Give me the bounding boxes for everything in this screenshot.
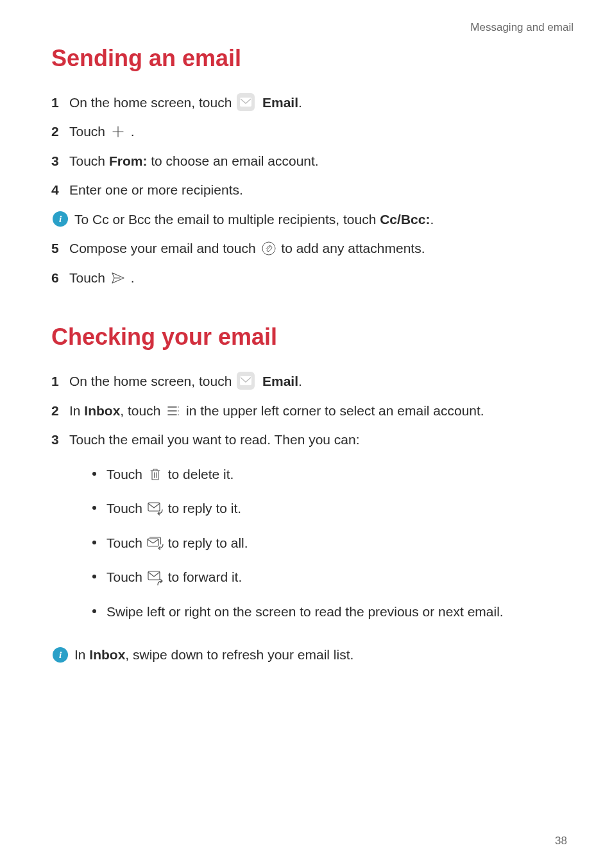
bold-text: Email	[262, 374, 298, 388]
bullet-icon	[92, 506, 96, 510]
svg-rect-5	[148, 571, 160, 580]
text: in the upper left corner to select an em…	[186, 403, 484, 418]
step-4: 4 Enter one or more recipients.	[51, 180, 567, 200]
text: to reply to it.	[168, 501, 241, 516]
svg-rect-2	[240, 376, 251, 385]
text: Touch	[106, 569, 146, 584]
step-number: 6	[51, 268, 65, 288]
bold-text: Cc/Bcc:	[380, 212, 430, 227]
step-number: 3	[51, 430, 65, 450]
sub-item-forward: Touch to forward it.	[87, 567, 567, 587]
text: to choose an email account.	[147, 153, 318, 168]
text: Touch	[69, 124, 109, 139]
info-body: To Cc or Bcc the email to multiple recip…	[74, 209, 434, 230]
text: .	[131, 124, 135, 139]
bullet-icon	[92, 541, 96, 544]
bold-text: Inbox	[84, 403, 120, 418]
text: to add any attachments.	[281, 241, 425, 256]
step-3: 3 Touch From: to choose an email account…	[51, 151, 567, 171]
step-body: Touch From: to choose an email account.	[69, 151, 567, 171]
info-body: In Inbox, swipe down to refresh your ema…	[74, 645, 353, 665]
bullet-icon	[92, 609, 96, 613]
step-body: Enter one or more recipients.	[69, 180, 567, 200]
text: Touch the email you want to read. Then y…	[69, 432, 360, 447]
svg-rect-0	[240, 98, 251, 107]
step-1: 1 On the home screen, touch Email.	[51, 92, 567, 113]
step-body: In Inbox, touch in the upper left corner…	[69, 401, 567, 421]
send-icon	[109, 270, 127, 286]
attachment-icon	[260, 241, 278, 256]
text: On the home screen, touch	[69, 95, 235, 110]
step-body: On the home screen, touch Email.	[69, 92, 567, 113]
breadcrumb: Messaging and email	[51, 19, 574, 36]
sub-item-swipe: Swipe left or right on the screen to rea…	[87, 602, 567, 622]
text: Enter one or more recipients.	[69, 182, 243, 197]
info-icon: i	[53, 647, 68, 663]
sub-list: Touch to delete it. Touch	[87, 464, 567, 622]
text: .	[430, 212, 434, 227]
section-title-checking: Checking your email	[51, 320, 567, 354]
step-number: 2	[51, 401, 65, 421]
text: , touch	[120, 403, 164, 418]
text: .	[298, 374, 302, 388]
sub-item-reply: Touch to reply to it.	[87, 498, 567, 519]
step-number: 3	[51, 151, 65, 171]
text: .	[298, 95, 302, 110]
section-title-sending: Sending an email	[51, 41, 567, 76]
text: to forward it.	[168, 569, 242, 584]
info-note: i To Cc or Bcc the email to multiple rec…	[53, 209, 567, 230]
step-number: 1	[51, 92, 65, 113]
bullet-icon	[92, 575, 96, 578]
info-icon: i	[53, 211, 68, 227]
step-body: On the home screen, touch Email.	[69, 371, 567, 392]
text: To Cc or Bcc the email to multiple recip…	[74, 212, 380, 227]
reply-all-icon	[146, 535, 164, 551]
text: Touch	[69, 270, 109, 285]
text: Touch	[69, 153, 109, 168]
email-app-icon	[237, 93, 255, 111]
trash-icon	[146, 467, 164, 482]
text: Touch	[106, 535, 146, 550]
email-app-icon	[237, 372, 255, 390]
text: to delete it.	[168, 467, 234, 482]
step-body: Compose your email and touch to add any …	[69, 238, 567, 259]
menu-icon	[164, 403, 182, 419]
text: to reply to all.	[168, 535, 248, 550]
bold-text: Email	[262, 95, 298, 110]
svg-rect-3	[148, 503, 160, 511]
step-number: 5	[51, 238, 65, 259]
step-5: 5 Compose your email and touch to add an…	[51, 238, 567, 259]
text: Compose your email and touch	[69, 241, 260, 256]
step-6: 6 Touch .	[51, 268, 567, 288]
step-number: 4	[51, 180, 65, 200]
reply-icon	[146, 501, 164, 516]
sub-item-delete: Touch to delete it.	[87, 464, 567, 485]
step-body: Touch the email you want to read. Then y…	[69, 430, 567, 636]
step-c3: 3 Touch the email you want to read. Then…	[51, 430, 567, 636]
text: Swipe left or right on the screen to rea…	[106, 604, 504, 619]
step-c2: 2 In Inbox, touch in the upper left corn…	[51, 401, 567, 421]
text: .	[131, 270, 135, 285]
sub-item-reply-all: Touch to reply to all.	[87, 533, 567, 553]
page-number: 38	[555, 833, 567, 849]
text: In	[69, 403, 84, 418]
step-c1: 1 On the home screen, touch Email.	[51, 371, 567, 392]
svg-rect-4	[148, 539, 158, 546]
text: On the home screen, touch	[69, 374, 235, 388]
info-note: i In Inbox, swipe down to refresh your e…	[53, 645, 567, 665]
bullet-icon	[92, 472, 96, 476]
step-body: Touch .	[69, 121, 567, 142]
text: Touch	[106, 501, 146, 516]
bold-text: Inbox	[89, 647, 125, 662]
step-number: 2	[51, 121, 65, 142]
step-2: 2 Touch .	[51, 121, 567, 142]
text: Touch	[106, 467, 146, 482]
text: , swipe down to refresh your email list.	[125, 647, 353, 662]
text: In	[74, 647, 89, 662]
step-body: Touch .	[69, 268, 567, 288]
bold-text: From:	[109, 153, 148, 168]
step-number: 1	[51, 371, 65, 392]
svg-point-1	[262, 242, 275, 255]
forward-icon	[146, 569, 164, 585]
plus-icon	[109, 124, 127, 139]
